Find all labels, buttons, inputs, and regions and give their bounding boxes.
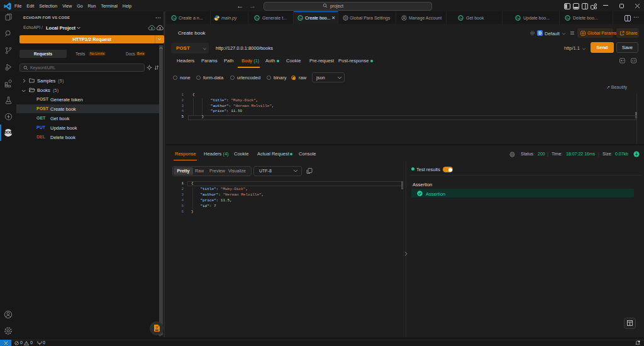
svg-text:?: ?	[155, 326, 158, 330]
